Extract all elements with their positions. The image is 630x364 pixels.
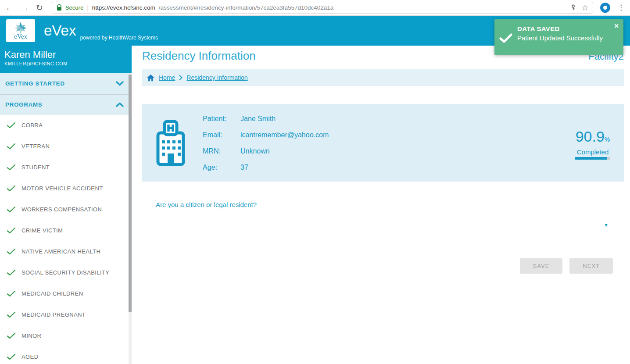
toast-message: Patient Updated Successfully (517, 34, 616, 42)
starburst-icon (14, 22, 27, 34)
powered-by-tagline: powered by HealthWare Systems (80, 35, 158, 41)
progress-label: Completed (575, 148, 610, 156)
program-label: MEDICAID PREGNANT (21, 311, 86, 318)
hospital-icon (156, 120, 185, 166)
sidebar-item-aged[interactable]: AGED (0, 346, 132, 364)
chevron-right-icon (179, 75, 183, 80)
password-key-icon[interactable] (570, 4, 576, 11)
sidebar-item-native-american-health[interactable]: NATIVE AMERICAN HEALTH (0, 241, 132, 262)
sidebar-item-motor-vehicle-accident[interactable]: MOTOR VEHICLE ACCIDENT (0, 178, 132, 199)
browser-menu-icon[interactable]: ⋮ (617, 3, 625, 12)
back-icon[interactable]: ← (5, 4, 14, 12)
sidebar-item-medicaid-pregnant[interactable]: MEDICAID PREGNANT (0, 304, 132, 325)
home-icon[interactable] (147, 74, 155, 82)
address-bar[interactable]: Secure | https://evex.hcfsinc.com/assess… (52, 2, 593, 14)
sidebar-item-veteran[interactable]: VETERAN (0, 136, 132, 157)
chevron-up-icon (116, 102, 124, 107)
program-list: COBRA VETERAN STUDENT MOTOR VEHICLE ACCI… (0, 114, 132, 364)
toast-close-icon[interactable]: ✕ (614, 22, 619, 29)
bookmark-star-icon[interactable]: ☆ (582, 3, 588, 12)
check-icon (7, 185, 16, 192)
breadcrumb-link-residency-information[interactable]: Residency Information (186, 74, 247, 81)
omnibox-divider: | (87, 4, 89, 11)
next-button[interactable]: NEXT (569, 258, 613, 274)
page-title: Residency Information (142, 49, 256, 63)
patient-summary-card: Patient: Jane Smith Email: icantremember… (142, 104, 624, 182)
email-label: Email: (203, 127, 240, 143)
lock-icon (57, 4, 62, 11)
check-icon (7, 143, 16, 150)
profile-avatar[interactable] (600, 3, 610, 13)
caret-down-icon[interactable]: ▼ (604, 222, 609, 228)
completion-progress: 90.9% Completed (575, 128, 610, 160)
breadcrumb-link-home[interactable]: Home (159, 74, 175, 81)
progress-percent: 90.9% (575, 128, 610, 147)
mrn-value: Unknown (240, 143, 270, 159)
sidebar-item-minor[interactable]: MINOR (0, 325, 132, 346)
program-label: CRIME VICTIM (21, 227, 63, 234)
program-label: VETERAN (21, 143, 50, 150)
program-label: STUDENT (21, 164, 50, 171)
sidebar-item-medicaid-children[interactable]: MEDICAID CHILDREN (0, 283, 132, 304)
sidebar-item-social-security-disability[interactable]: SOCIAL SECURITY DISABILITY (0, 262, 132, 283)
check-icon (7, 311, 16, 318)
program-label: SOCIAL SECURITY DISABILITY (21, 269, 109, 276)
section-label: PROGRAMS (5, 101, 42, 108)
check-icon (7, 353, 16, 360)
program-label: WORKERS COMPENSATION (21, 206, 102, 213)
citizen-select[interactable]: ▼ (156, 219, 610, 230)
main-content: Residency Information Facility2 Home Res… (132, 46, 630, 364)
patient-name-value: Jane Smith (240, 111, 276, 127)
user-email: KMILLER@HCFSINC.COM (4, 61, 127, 66)
secure-label: Secure (65, 4, 83, 11)
program-label: AGED (21, 353, 38, 360)
breadcrumb: Home Residency Information (142, 69, 624, 86)
percent-sign: % (605, 136, 610, 143)
browser-toolbar: ← → ↻ Secure | https://evex.hcfsinc.com/… (0, 0, 630, 16)
url-host: https://evex.hcfsinc.com (92, 4, 155, 11)
program-label: NATIVE AMERICAN HEALTH (21, 248, 100, 255)
sidebar: Karen Miller KMILLER@HCFSINC.COM GETTING… (0, 46, 132, 364)
program-label: COBRA (21, 122, 43, 128)
patient-row: Age: 37 (203, 159, 329, 175)
logo-wordmark: eVex (14, 33, 27, 40)
section-label: GETTING STARTED (5, 80, 65, 87)
scrollbar-thumb[interactable] (129, 75, 132, 312)
patient-row: MRN: Unknown (203, 143, 329, 159)
sidebar-item-workers-compensation[interactable]: WORKERS COMPENSATION (0, 199, 132, 220)
question-label: Are you a citizen or legal resident? (156, 201, 610, 208)
brand-name: eVex (44, 22, 76, 39)
check-icon (7, 332, 16, 339)
sidebar-section-programs[interactable]: PROGRAMS (0, 95, 132, 114)
email-value: icantremember@yahoo.com (240, 127, 329, 143)
forward-icon[interactable]: → (21, 4, 29, 12)
refresh-icon[interactable]: ↻ (36, 4, 43, 12)
sidebar-item-cobra[interactable]: COBRA (0, 114, 132, 136)
patient-info: Patient: Jane Smith Email: icantremember… (203, 111, 329, 175)
patient-row: Patient: Jane Smith (203, 111, 329, 127)
success-check-icon (499, 33, 512, 45)
age-label: Age: (203, 159, 240, 175)
progress-fill (575, 157, 607, 160)
sidebar-scrollbar[interactable] (129, 73, 132, 364)
check-icon (7, 164, 16, 171)
toast-notification: DATA SAVED Patient Updated Successfully … (494, 19, 623, 55)
sidebar-section-getting-started[interactable]: GETTING STARTED (0, 73, 132, 95)
sidebar-item-crime-victim[interactable]: CRIME VICTIM (0, 220, 132, 241)
url-path: /assessment/#/residency-information/57ca… (159, 4, 334, 11)
patient-row: Email: icantremember@yahoo.com (203, 127, 329, 143)
sidebar-item-student[interactable]: STUDENT (0, 157, 132, 178)
progress-track (575, 157, 610, 160)
check-icon (7, 122, 16, 128)
check-icon (7, 248, 16, 255)
check-icon (7, 206, 16, 213)
program-label: MINOR (21, 332, 41, 339)
program-label: MEDICAID CHILDREN (21, 290, 83, 297)
program-label: MOTOR VEHICLE ACCIDENT (21, 185, 103, 192)
toast-title: DATA SAVED (517, 25, 616, 32)
save-button[interactable]: SAVE (520, 258, 563, 274)
check-icon (7, 269, 16, 276)
user-block: Karen Miller KMILLER@HCFSINC.COM (0, 46, 132, 73)
patient-label: Patient: (203, 111, 240, 127)
user-name: Karen Miller (4, 49, 127, 61)
